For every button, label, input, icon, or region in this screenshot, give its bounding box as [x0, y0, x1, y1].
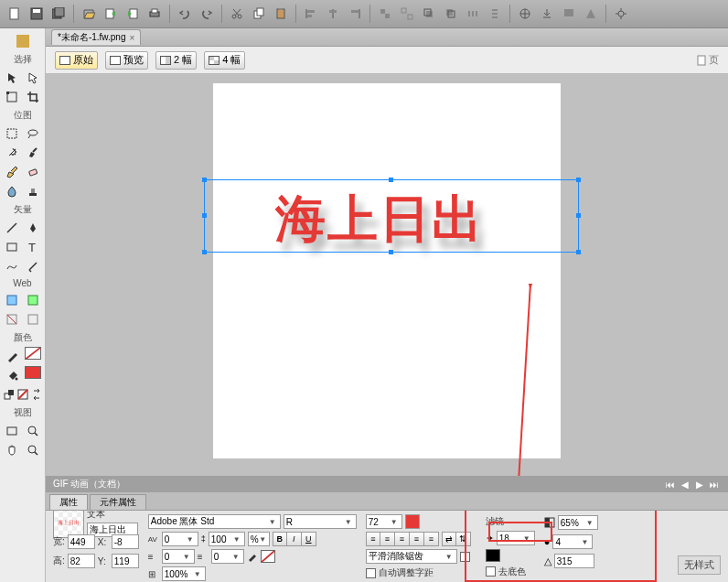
new-icon[interactable] — [5, 5, 24, 23]
indent1-input[interactable]: 0▼ — [162, 549, 195, 564]
open-icon[interactable] — [80, 5, 98, 23]
indent2-input[interactable]: 0▼ — [211, 549, 244, 564]
page-indicator[interactable]: 页 — [697, 53, 719, 67]
wand-tool[interactable] — [3, 144, 21, 162]
close-icon[interactable]: × — [129, 33, 134, 43]
fill-color-swatch[interactable] — [25, 366, 41, 379]
pencil-tool[interactable] — [3, 163, 21, 181]
prev-frame-icon[interactable]: ◀ — [679, 479, 691, 490]
underline-button[interactable]: U — [302, 532, 316, 546]
text-tool[interactable]: T — [24, 238, 42, 256]
print-icon[interactable] — [145, 5, 164, 23]
font-style-dropdown[interactable]: R▼ — [284, 514, 357, 529]
font-size-dropdown[interactable]: 72▼ — [366, 514, 402, 529]
tab-component-properties[interactable]: 元件属性 — [90, 494, 146, 510]
knife-tool[interactable] — [24, 257, 42, 275]
freeform-tool[interactable] — [3, 257, 21, 275]
view-preview-button[interactable]: 预览 — [105, 51, 148, 70]
tab-properties[interactable]: 属性 — [49, 494, 88, 510]
show-slice-icon[interactable] — [24, 310, 42, 329]
view-4up-button[interactable]: 4 幅 — [204, 51, 245, 70]
copy-icon[interactable] — [250, 5, 268, 23]
align-center-icon[interactable] — [324, 5, 342, 23]
hand-tool[interactable] — [3, 441, 21, 459]
zoom-tool2[interactable] — [24, 441, 42, 459]
align-justify-button[interactable]: ≡ — [410, 532, 424, 546]
scale-tool[interactable] — [3, 88, 21, 106]
hotspot-tool[interactable] — [3, 291, 21, 309]
save-icon[interactable] — [27, 5, 46, 23]
screen-mode-icon[interactable] — [3, 422, 21, 440]
stamp-tool[interactable] — [24, 182, 42, 200]
stroke-color[interactable] — [261, 550, 275, 563]
paste-icon[interactable] — [272, 5, 290, 23]
save-all-icon[interactable] — [49, 5, 68, 23]
import-icon[interactable] — [123, 5, 142, 23]
last-frame-icon[interactable]: ⏭ — [708, 479, 721, 490]
distribute-h-icon[interactable] — [464, 5, 482, 23]
first-frame-icon[interactable]: ⏮ — [664, 479, 677, 490]
tracking-pct[interactable]: 100%▼ — [162, 566, 206, 581]
pen-tool[interactable] — [24, 219, 42, 237]
crop-tool[interactable] — [24, 88, 42, 106]
antialias-dropdown[interactable]: 平滑消除锯齿▼ — [366, 549, 457, 564]
download-icon[interactable] — [538, 5, 556, 23]
no-color-icon[interactable] — [16, 385, 29, 404]
blur-tool[interactable] — [3, 182, 21, 200]
subselect-tool[interactable] — [24, 69, 42, 87]
align-right-button[interactable]: ≡ — [395, 532, 410, 546]
slice-tool[interactable] — [24, 291, 42, 309]
hide-slice-icon[interactable] — [3, 310, 21, 329]
send-back-icon[interactable] — [442, 5, 460, 23]
document-tab[interactable]: *未命名-1.fw.png × — [51, 29, 141, 45]
canvas-page[interactable]: 海上日出 海上日出 — [213, 83, 561, 458]
preview-icon[interactable] — [560, 5, 578, 23]
lasso-tool[interactable] — [24, 124, 42, 143]
fill-color-icon[interactable] — [4, 366, 22, 384]
bold-button[interactable]: B — [273, 532, 287, 546]
no-style-button[interactable]: 无样式 — [678, 555, 721, 575]
align-left-icon[interactable] — [302, 5, 320, 23]
orient-h-button[interactable]: ⇄ — [442, 532, 456, 546]
view-2up-button[interactable]: 2 幅 — [155, 51, 197, 70]
x-input[interactable]: -8 — [112, 534, 139, 549]
next-frame-icon[interactable]: ▶ — [693, 479, 706, 490]
redo-icon[interactable] — [198, 5, 216, 23]
undo-icon[interactable] — [176, 5, 194, 23]
settings-icon[interactable] — [612, 5, 630, 23]
align-stretch-button[interactable]: ≡ — [424, 532, 439, 546]
font-family-dropdown[interactable]: Adobe 黑体 Std▼ — [148, 514, 281, 529]
cut-icon[interactable] — [228, 5, 246, 23]
leading-input[interactable]: 100▼ — [209, 532, 245, 546]
height-input[interactable]: 82 — [68, 554, 95, 568]
tracking-input[interactable]: 0▼ — [162, 532, 198, 546]
group-icon[interactable] — [376, 5, 394, 23]
view-original-button[interactable]: 原始 — [55, 51, 98, 70]
pointer-tool[interactable] — [3, 69, 21, 87]
warn-icon[interactable] — [582, 5, 600, 23]
align-center-button[interactable]: ≡ — [380, 532, 395, 546]
y-input[interactable]: 119 — [112, 554, 139, 568]
stroke-color-swatch[interactable] — [25, 347, 41, 360]
rect-tool[interactable] — [3, 238, 21, 256]
launch-icon[interactable] — [516, 5, 534, 23]
leading-unit[interactable]: %▼ — [248, 532, 270, 546]
brush-tool[interactable] — [24, 144, 42, 162]
canvas-area[interactable]: 海上日出 海上日出 — [46, 74, 728, 476]
align-right-icon[interactable] — [346, 5, 364, 23]
zoom-tool[interactable] — [24, 422, 42, 440]
bring-front-icon[interactable] — [420, 5, 438, 23]
width-input[interactable]: 449 — [68, 534, 95, 549]
autokern-checkbox[interactable] — [366, 568, 376, 578]
align-left-button[interactable]: ≡ — [366, 532, 380, 546]
stroke-color-icon[interactable] — [4, 347, 22, 365]
export-icon[interactable] — [102, 5, 120, 23]
eraser-tool[interactable] — [24, 163, 42, 181]
default-colors-icon[interactable] — [2, 385, 16, 404]
swap-colors-icon[interactable] — [29, 385, 43, 404]
marquee-tool[interactable] — [3, 124, 21, 143]
distribute-v-icon[interactable] — [486, 5, 504, 23]
ungroup-icon[interactable] — [398, 5, 416, 23]
line-tool[interactable] — [3, 219, 21, 237]
fill-color-chip[interactable] — [405, 514, 420, 529]
